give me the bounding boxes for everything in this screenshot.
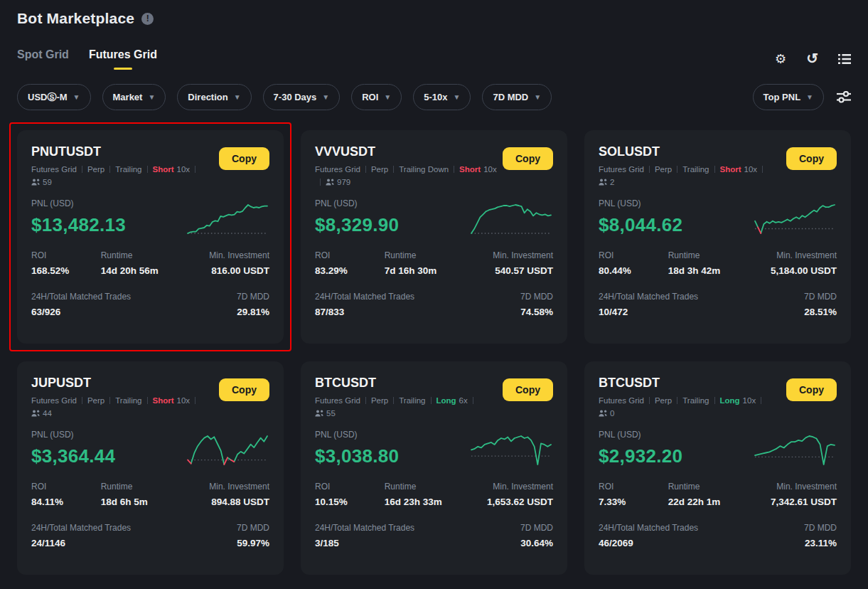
- filter-margin-type[interactable]: USDⓈ-M ▼: [17, 84, 91, 110]
- bot-symbol: VVVUSDT: [315, 144, 497, 159]
- bot-symbol: BTCUSDT: [315, 376, 497, 391]
- tag: Futures Grid: [599, 164, 644, 174]
- bot-card[interactable]: PNUTUSDT Futures GridPerpTrailingShort10…: [17, 130, 284, 344]
- pnl-sparkline-chart: [469, 203, 553, 235]
- bot-symbol: JUPUSDT: [31, 376, 213, 391]
- trades-stat: 24H/Total Matched Trades10/472: [599, 292, 698, 317]
- mdd-stat: 7D MDD23.11%: [804, 523, 837, 548]
- mdd-label: 7D MDD: [237, 523, 269, 533]
- min-investment-value: 1,653.62 USDT: [467, 497, 553, 507]
- runtime-stat: Runtime22d 22h 1m: [668, 482, 751, 507]
- trades-value: 10/472: [599, 307, 698, 317]
- trades-label: 24H/Total Matched Trades: [599, 292, 698, 302]
- mdd-label: 7D MDD: [237, 292, 269, 302]
- pnl-label: PNL (USD): [31, 430, 115, 440]
- tag: Trailing: [399, 396, 425, 405]
- min-investment-value: 540.57 USDT: [467, 265, 553, 276]
- bot-card[interactable]: VVVUSDT Futures GridPerpTrailing DownSho…: [301, 130, 567, 344]
- filter-leverage[interactable]: 5-10x ▼: [413, 84, 471, 110]
- tag-divider: [82, 397, 82, 404]
- pnl-label: PNL (USD): [599, 198, 682, 208]
- min-investment-label: Min. Investment: [183, 250, 269, 260]
- people-icon: [315, 410, 324, 417]
- bot-symbol: PNUTUSDT: [31, 144, 213, 159]
- settings-gear-icon[interactable]: ⚙: [775, 51, 786, 67]
- trades-stat: 24H/Total Matched Trades46/2069: [599, 523, 698, 548]
- copiers-count: 979: [326, 177, 350, 187]
- tag: Perp: [371, 396, 388, 405]
- trades-label: 24H/Total Matched Trades: [599, 523, 698, 533]
- tab-spot-grid[interactable]: Spot Grid: [17, 48, 69, 70]
- copy-button[interactable]: Copy: [503, 378, 553, 401]
- runtime-value: 18d 6h 5m: [101, 497, 183, 507]
- copy-button[interactable]: Copy: [786, 378, 837, 401]
- tag-divider: [677, 397, 677, 404]
- tab-futures-grid[interactable]: Futures Grid: [89, 48, 157, 70]
- tag-divider: [195, 397, 195, 404]
- filter-runtime[interactable]: 7-30 Days ▼: [263, 84, 341, 110]
- pnl-value: $3,038.80: [315, 445, 399, 467]
- mdd-stat: 7D MDD28.51%: [804, 292, 837, 317]
- min-investment-label: Min. Investment: [751, 250, 837, 260]
- copy-button[interactable]: Copy: [219, 378, 269, 401]
- roi-label: ROI: [599, 482, 668, 492]
- bot-card[interactable]: BTCUSDT Futures GridPerpTrailingLong6x55…: [301, 361, 567, 575]
- filter-direction[interactable]: Direction ▼: [177, 84, 251, 110]
- sort-dropdown[interactable]: Top PNL ▼: [753, 84, 824, 110]
- list-view-icon[interactable]: [838, 53, 851, 65]
- chevron-down-icon: ▼: [322, 93, 329, 101]
- tag: Trailing Down: [399, 164, 449, 174]
- people-icon: [31, 410, 41, 417]
- chevron-down-icon: ▼: [534, 93, 541, 101]
- copy-button[interactable]: Copy: [786, 147, 837, 170]
- bot-tags: Futures GridPerpTrailingShort10x44: [31, 396, 213, 418]
- direction-tag: Short10x: [459, 164, 497, 174]
- trades-stat: 24H/Total Matched Trades87/833: [315, 292, 414, 317]
- tag: Perp: [371, 164, 388, 174]
- page-header: Bot Marketplace !: [17, 10, 851, 27]
- tag: Trailing: [682, 164, 709, 174]
- tag: Perp: [655, 164, 672, 174]
- pnl-value: $13,482.13: [31, 214, 126, 236]
- min-investment-label: Min. Investment: [467, 482, 553, 492]
- people-icon: [31, 179, 41, 186]
- filter-mdd[interactable]: 7D MDD ▼: [482, 84, 552, 110]
- info-icon[interactable]: !: [141, 13, 154, 25]
- min-investment-value: 5,184.00 USDT: [751, 265, 837, 276]
- refresh-icon[interactable]: ↺: [806, 50, 818, 67]
- sliders-filter-icon[interactable]: [837, 91, 851, 103]
- bot-card[interactable]: BTCUSDT Futures GridPerpTrailingLong10x0…: [584, 361, 851, 575]
- tag-divider: [147, 397, 148, 404]
- trades-stat: 24H/Total Matched Trades63/926: [31, 292, 131, 317]
- tag: Perp: [87, 396, 105, 405]
- tag-divider: [195, 166, 195, 173]
- roi-value: 10.15%: [315, 497, 385, 507]
- trades-stat: 24H/Total Matched Trades3/185: [315, 523, 414, 548]
- bot-card[interactable]: JUPUSDT Futures GridPerpTrailingShort10x…: [17, 361, 284, 575]
- mdd-value: 74.58%: [520, 307, 553, 317]
- runtime-label: Runtime: [385, 250, 467, 260]
- runtime-label: Runtime: [668, 482, 751, 492]
- pnl-label: PNL (USD): [315, 198, 399, 208]
- people-icon: [599, 410, 608, 417]
- pnl-sparkline-chart: [753, 434, 837, 467]
- mdd-label: 7D MDD: [520, 523, 553, 533]
- chevron-down-icon: ▼: [454, 93, 461, 101]
- tag-divider: [473, 397, 473, 404]
- tag: Trailing: [115, 164, 141, 174]
- chevron-down-icon: ▼: [384, 93, 391, 101]
- mdd-value: 23.11%: [804, 538, 837, 548]
- bot-marketplace-page: Bot Marketplace ! Spot Grid Futures Grid…: [0, 0, 868, 575]
- copy-button[interactable]: Copy: [503, 147, 553, 170]
- bot-card[interactable]: SOLUSDT Futures GridPerpTrailingShort10x…: [584, 130, 851, 344]
- tag-divider: [649, 166, 650, 173]
- copiers-count: 44: [31, 408, 52, 418]
- filter-market[interactable]: Market ▼: [102, 84, 166, 110]
- copy-button[interactable]: Copy: [219, 147, 269, 170]
- runtime-value: 14d 20h 56m: [101, 265, 183, 276]
- bot-symbol: BTCUSDT: [599, 376, 781, 391]
- filter-roi[interactable]: ROI ▼: [351, 84, 402, 110]
- trades-value: 24/1146: [31, 538, 131, 548]
- roi-stat: ROI168.52%: [31, 250, 101, 276]
- roi-label: ROI: [599, 250, 668, 260]
